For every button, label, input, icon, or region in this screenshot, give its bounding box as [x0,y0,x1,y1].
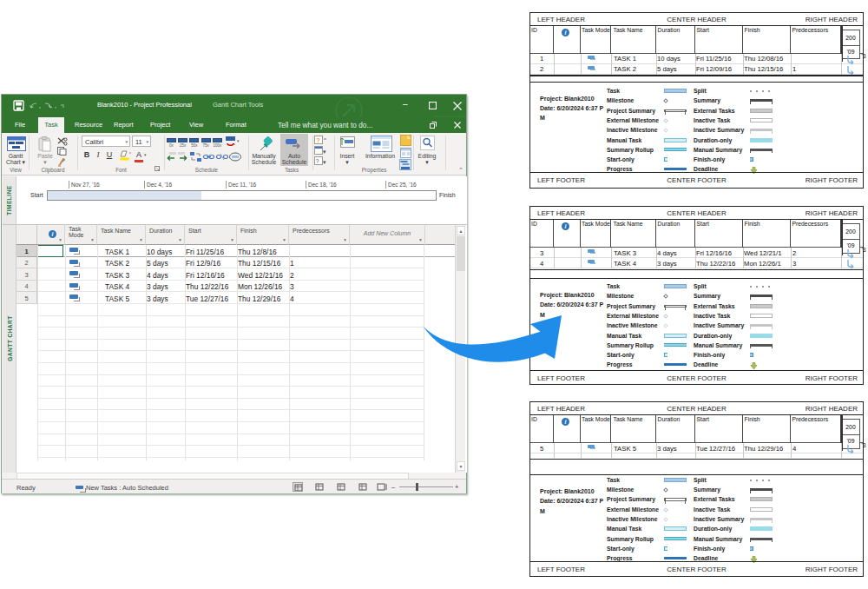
svg-text:?: ? [316,158,319,164]
svg-text:▾: ▾ [323,159,326,165]
svg-text:?: ? [316,136,320,144]
svg-text:▾: ▾ [323,149,326,155]
